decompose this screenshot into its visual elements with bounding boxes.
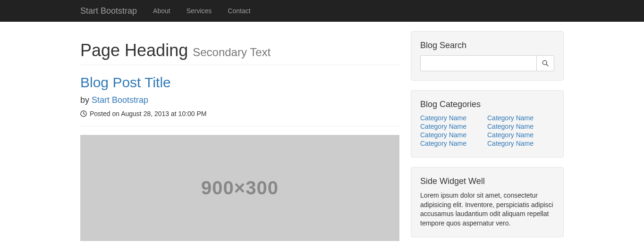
post-author-link[interactable]: Start Bootstrap	[92, 95, 148, 105]
category-link[interactable]: Category Name	[487, 114, 534, 122]
category-link[interactable]: Category Name	[420, 123, 466, 130]
category-link[interactable]: Category Name	[420, 131, 466, 139]
category-link[interactable]: Category Name	[487, 131, 534, 139]
nav-contact[interactable]: Contact	[220, 1, 257, 21]
blog-search-well: Blog Search	[411, 31, 564, 81]
category-link[interactable]: Category Name	[420, 140, 466, 147]
sidebar: Blog Search Blog Categories Category Nam…	[411, 31, 564, 247]
post-title-link[interactable]: Blog Post Title	[80, 75, 171, 90]
blog-search-title: Blog Search	[420, 41, 554, 50]
sidewidget-text: Lorem ipsum dolor sit amet, consectetur …	[420, 191, 554, 228]
by-prefix: by	[80, 95, 92, 105]
categories-col1: Category Name Category Name Category Nam…	[420, 114, 487, 147]
categories-title: Blog Categories	[420, 100, 554, 109]
post-title: Blog Post Title	[80, 75, 399, 91]
search-input-group	[420, 55, 554, 71]
nav-services[interactable]: Services	[179, 1, 219, 21]
category-link[interactable]: Category Name	[420, 114, 466, 122]
page-heading-secondary: Secondary Text	[193, 46, 271, 58]
category-link[interactable]: Category Name	[487, 123, 534, 130]
post-image-placeholder: 900×300	[80, 135, 399, 241]
nav-about[interactable]: About	[146, 1, 178, 21]
page-heading: Page Heading Secondary Text	[80, 41, 399, 65]
posted-line: Posted on August 28, 2013 at 10:00 PM	[80, 110, 399, 117]
search-button[interactable]	[536, 55, 554, 71]
img-placeholder-label: 900×300	[201, 177, 279, 199]
categories-col2: Category Name Category Name Category Nam…	[487, 114, 554, 147]
divider	[80, 126, 399, 126]
brand-link[interactable]: Start Bootstrap	[80, 0, 144, 21]
categories-well: Blog Categories Category Name Category N…	[411, 90, 564, 158]
search-input[interactable]	[420, 55, 536, 71]
search-icon	[542, 60, 549, 67]
main-column: Page Heading Secondary Text Blog Post Ti…	[80, 31, 399, 247]
sidewidget-well: Side Widget Well Lorem ipsum dolor sit a…	[411, 167, 564, 237]
svg-line-2	[546, 64, 548, 66]
clock-icon	[80, 110, 87, 117]
post-byline: by Start Bootstrap	[80, 95, 399, 105]
page-heading-main: Page Heading	[80, 41, 193, 60]
navbar: Start Bootstrap About Services Contact	[0, 0, 644, 22]
sidewidget-title: Side Widget Well	[420, 176, 554, 186]
category-link[interactable]: Category Name	[487, 140, 534, 147]
posted-text: Posted on August 28, 2013 at 10:00 PM	[90, 110, 207, 117]
